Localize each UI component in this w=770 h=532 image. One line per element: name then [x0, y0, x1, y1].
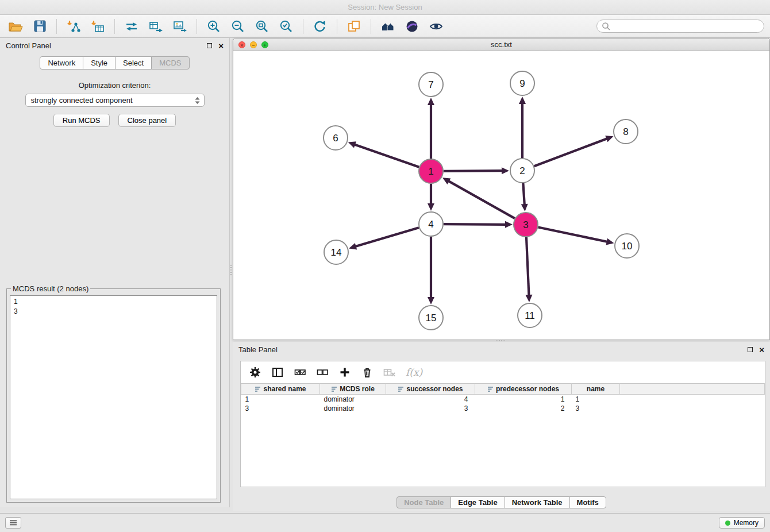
toggle-panels-button[interactable] [378, 17, 398, 36]
column-header-filler [620, 384, 765, 395]
optimization-criterion-label: Optimization criterion: [0, 81, 229, 90]
table-row[interactable]: 1 dominator 4 1 1 [241, 395, 765, 404]
graph-node[interactable]: 14 [324, 240, 348, 264]
graph-edge[interactable] [355, 228, 419, 246]
graph-node[interactable]: 4 [419, 212, 443, 236]
cell-name[interactable]: 1 [572, 395, 620, 404]
import-table-button[interactable] [88, 17, 107, 36]
memory-button[interactable]: Memory [719, 517, 765, 529]
graph-node[interactable]: 9 [510, 71, 534, 95]
cell-shared-name[interactable]: 3 [241, 404, 320, 413]
criterion-select[interactable]: strongly connected component [25, 94, 205, 107]
tab-mcds[interactable]: MCDS [151, 56, 189, 70]
mcds-result-title: MCDS result (2 nodes) [11, 284, 90, 293]
graph-edge[interactable] [526, 237, 529, 296]
new-network-from-selection-button[interactable] [122, 17, 141, 36]
table-panel-body: f(x) shared name MCDS role [240, 361, 765, 487]
close-window-icon[interactable]: × [238, 41, 245, 48]
zoom-in-icon [206, 19, 221, 34]
table-row[interactable]: 3 dominator 3 2 3 [241, 404, 765, 413]
zoom-in-button[interactable] [204, 17, 224, 36]
graph-node[interactable]: 10 [615, 234, 639, 258]
close-panel-button[interactable]: Close panel [118, 114, 176, 127]
network-window-titlebar[interactable]: × − + scc.txt [233, 38, 769, 51]
delete-table-button[interactable] [383, 366, 396, 379]
zoom-fit-button[interactable] [252, 17, 272, 36]
column-header-successor-nodes[interactable]: successor nodes [386, 384, 475, 395]
tab-network[interactable]: Network [40, 56, 83, 70]
graph-edge[interactable] [444, 171, 503, 171]
graph-edge[interactable] [444, 224, 506, 225]
cell-mcds-role[interactable]: dominator [320, 395, 386, 404]
graph-node[interactable]: 3 [514, 213, 538, 237]
graph-node[interactable]: 15 [419, 306, 443, 330]
minimize-window-icon[interactable]: − [250, 41, 257, 48]
column-header-mcds-role[interactable]: MCDS role [320, 384, 386, 395]
task-history-button[interactable] [5, 517, 21, 529]
close-panel-icon[interactable]: × [218, 41, 224, 50]
tab-motifs[interactable]: Motifs [569, 496, 606, 508]
float-panel-icon[interactable] [748, 347, 753, 352]
tab-network-table[interactable]: Network Table [505, 496, 570, 508]
column-header-predecessor-nodes[interactable]: predecessor nodes [475, 384, 572, 395]
style-button[interactable] [402, 17, 422, 36]
search-input[interactable] [613, 22, 759, 30]
tab-node-table[interactable]: Node Table [396, 496, 451, 508]
cell-successor-nodes[interactable]: 3 [386, 404, 475, 413]
graph-edge[interactable] [534, 138, 608, 166]
tab-edge-table[interactable]: Edge Table [451, 496, 505, 508]
cell-predecessor-nodes[interactable]: 1 [475, 395, 572, 404]
table-options-button[interactable] [249, 366, 261, 379]
graph-node[interactable]: 2 [510, 159, 534, 183]
deselect-all-columns-button[interactable] [316, 366, 329, 379]
float-panel-icon[interactable] [207, 43, 212, 48]
graph-edge[interactable] [523, 183, 524, 205]
graph-node-label: 9 [519, 78, 525, 89]
graph-node[interactable]: 8 [614, 119, 638, 144]
run-mcds-button[interactable]: Run MCDS [53, 114, 110, 127]
control-panel: Control Panel × Network Style Select MCD… [0, 38, 230, 507]
tab-select[interactable]: Select [115, 56, 152, 70]
save-session-button[interactable] [30, 17, 49, 36]
export-table-button[interactable] [146, 17, 165, 36]
show-graphics-details-button[interactable] [426, 17, 446, 36]
delete-columns-button[interactable] [361, 366, 374, 379]
network-canvas[interactable]: 7968124314101511 [233, 51, 769, 340]
import-network-button[interactable] [64, 17, 83, 36]
graph-node[interactable]: 11 [518, 303, 542, 327]
export-image-button[interactable] [170, 17, 190, 36]
splitter-grip [230, 265, 232, 276]
graph-edge-arrowhead [605, 136, 613, 142]
cell-successor-nodes[interactable]: 4 [386, 395, 475, 404]
cell-shared-name[interactable]: 1 [241, 395, 320, 404]
graph-edge[interactable] [538, 228, 608, 242]
cell-mcds-role[interactable]: dominator [320, 404, 386, 413]
open-session-button[interactable] [6, 17, 25, 36]
tab-style[interactable]: Style [83, 56, 116, 70]
graph-node[interactable]: 7 [419, 72, 443, 97]
graph-node[interactable]: 1 [419, 159, 443, 183]
graph-node-label: 11 [525, 310, 535, 321]
select-all-columns-button[interactable] [294, 366, 306, 379]
refresh-view-button[interactable] [310, 17, 330, 36]
snapshot-button[interactable] [344, 17, 364, 36]
mcds-result-list[interactable]: 1 3 [10, 295, 217, 499]
zoom-out-button[interactable] [228, 17, 248, 36]
column-header-shared-name[interactable]: shared name [241, 384, 320, 395]
graph-edge-arrowhead [349, 243, 357, 250]
cell-name[interactable]: 3 [572, 404, 620, 413]
graph-node-label: 6 [333, 133, 338, 144]
show-column-button[interactable] [271, 366, 284, 379]
column-header-name[interactable]: name [572, 384, 620, 395]
graph-node[interactable]: 6 [324, 126, 348, 150]
maximize-window-icon[interactable]: + [261, 41, 268, 48]
close-panel-icon[interactable]: × [759, 345, 764, 354]
cell-predecessor-nodes[interactable]: 2 [475, 404, 572, 413]
graph-edge[interactable] [448, 181, 515, 219]
network-graph[interactable]: 7968124314101511 [233, 51, 769, 340]
floppy-disk-icon [32, 19, 47, 34]
graph-edge[interactable] [354, 144, 419, 167]
new-column-button[interactable] [338, 366, 351, 379]
function-builder-button[interactable]: f(x) [406, 367, 422, 378]
zoom-selected-button[interactable] [276, 17, 296, 36]
